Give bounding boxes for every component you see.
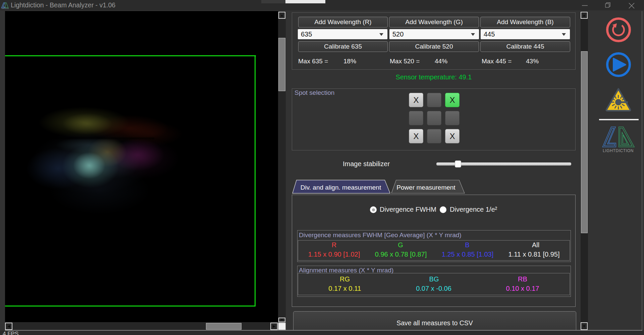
svg-text:LIGHTDICTION: LIGHTDICTION (1, 8, 9, 9)
